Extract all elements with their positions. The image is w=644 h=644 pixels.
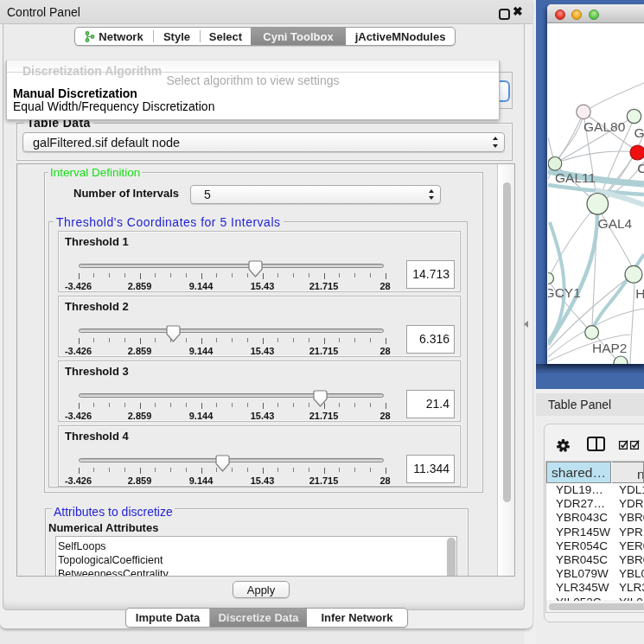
svg-text:HIS: HIS	[635, 286, 644, 301]
svg-text:GAL11: GAL11	[555, 170, 596, 185]
svg-text:HAP2: HAP2	[592, 341, 628, 355]
svg-text:GAL4: GAL4	[598, 216, 633, 231]
svg-text:GAL80: GAL80	[583, 119, 626, 134]
svg-text:CR: CR	[637, 161, 644, 175]
svg-text:GAL: GAL	[634, 125, 644, 140]
svg-text:GCY1: GCY1	[548, 285, 581, 300]
